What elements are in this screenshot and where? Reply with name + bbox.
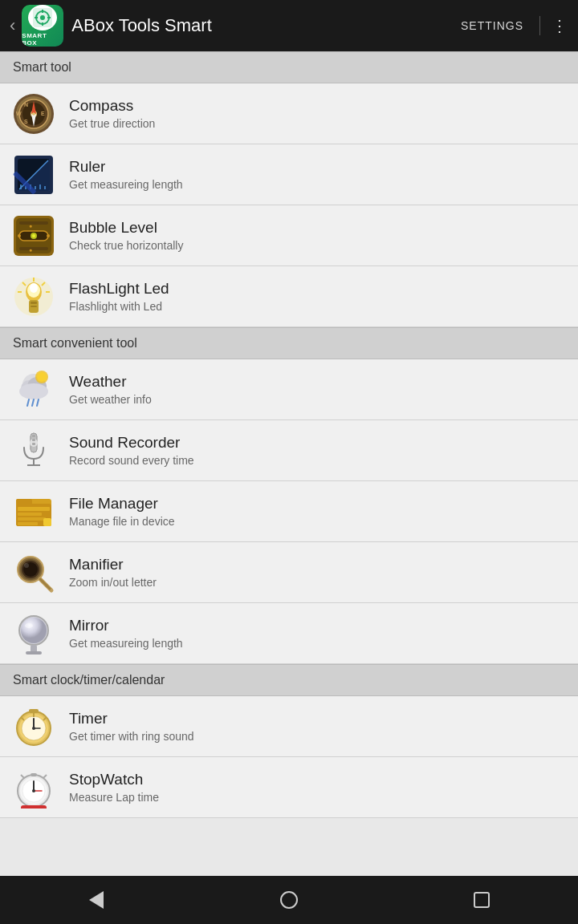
svg-line-58 [37,399,39,406]
mirror-icon [13,613,55,654]
file-manager-title: File Manager [69,495,565,513]
back-nav-icon [89,891,104,909]
weather-subtitle: Get weather info [69,393,565,406]
list-item-mirror[interactable]: Mirror Get measureing length [0,603,578,664]
home-nav-button[interactable] [265,884,313,916]
manifier-title: Manifier [69,556,565,573]
list-item-sound-recorder[interactable]: Sound Recorder Record sound every time [0,420,578,481]
timer-title: Timer [69,710,565,727]
recent-nav-button[interactable] [458,884,506,916]
stopwatch-title: StopWatch [69,771,565,788]
sound-recorder-icon [13,430,55,472]
mirror-subtitle: Get measureing length [69,637,565,650]
app-logo: SMART BOX [22,5,63,47]
svg-rect-71 [16,499,32,505]
header-divider [539,16,540,35]
svg-text:●: ● [29,247,32,253]
list-item-bubble-level[interactable]: ● ● Bubble Level Check true horizontally [0,205,578,266]
manifier-subtitle: Zoom in/out letter [69,576,565,589]
bubble-level-icon: ● ● [13,215,55,257]
stopwatch-icon [13,767,55,808]
mirror-title: Mirror [69,617,565,634]
list-item-manifier[interactable]: Manifier Zoom in/out letter [0,542,578,603]
section-header-smart-tool: Smart tool [0,51,578,83]
svg-point-55 [19,383,48,399]
manifier-text: Manifier Zoom in/out letter [69,556,565,589]
svg-text:S: S [24,119,28,124]
content-area: Smart tool N E S W Compass Get true dire… [0,51,578,876]
ruler-title: Ruler [69,158,565,176]
svg-point-43 [30,283,38,293]
svg-rect-37 [19,247,48,250]
sound-recorder-title: Sound Recorder [69,434,565,452]
timer-icon [13,706,55,748]
compass-subtitle: Get true direction [69,117,565,130]
svg-text:E: E [41,111,45,116]
svg-point-97 [32,727,35,730]
weather-icon [13,369,55,411]
svg-rect-98 [29,709,39,713]
list-item-stopwatch[interactable]: StopWatch Measure Lap time [0,757,578,818]
sound-recorder-subtitle: Record sound every time [69,454,565,467]
weather-text: Weather Get weather info [69,373,565,406]
weather-title: Weather [69,373,565,391]
svg-line-57 [32,399,34,406]
svg-point-86 [25,623,33,628]
app-title: ABox Tools Smart [71,15,461,36]
svg-rect-68 [32,443,35,445]
ruler-text: Ruler Get measureing length [69,158,565,191]
app-header: ‹ SMART BOX ABox Tools Smart SETTINGS ⋮ [0,0,578,51]
list-item-ruler[interactable]: Ruler Get measureing length [0,144,578,205]
flashlight-subtitle: Flashlight with Led [69,300,565,313]
list-item-weather[interactable]: Weather Get weather info [0,359,578,420]
svg-point-104 [32,789,35,792]
svg-point-2 [40,15,45,20]
bubble-level-text: Bubble Level Check true horizontally [69,219,565,252]
svg-line-83 [40,579,50,589]
logo-text: SMART BOX [22,32,63,47]
mirror-text: Mirror Get measureing length [69,617,565,650]
timer-subtitle: Get timer with ring sound [69,730,565,743]
list-item-timer[interactable]: Timer Get timer with ring sound [0,696,578,757]
svg-rect-67 [32,439,35,441]
stopwatch-subtitle: Measure Lap time [69,791,565,804]
list-item-flashlight[interactable]: FlashLight Led Flashlight with Led [0,266,578,327]
back-button[interactable]: ‹ [10,15,15,36]
section-header-smart-convenient: Smart convenient tool [0,327,578,359]
compass-icon: N E S W [13,93,55,135]
list-item-compass[interactable]: N E S W Compass Get true direction [0,83,578,144]
svg-point-81 [24,563,29,568]
flashlight-title: FlashLight Led [69,280,565,298]
ruler-icon [13,154,55,196]
timer-text: Timer Get timer with ring sound [69,710,565,743]
svg-rect-75 [18,522,38,525]
svg-point-35 [47,234,50,237]
svg-point-34 [18,234,21,237]
ruler-subtitle: Get measureing length [69,178,565,191]
file-manager-subtitle: Manage file in device [69,515,565,528]
back-nav-button[interactable] [72,884,120,916]
settings-button[interactable]: SETTINGS [461,19,523,32]
stopwatch-text: StopWatch Measure Lap time [69,771,565,804]
svg-rect-105 [31,773,37,776]
svg-line-56 [27,399,29,406]
bubble-level-title: Bubble Level [69,219,565,237]
bubble-level-subtitle: Check true horizontally [69,239,565,252]
list-item-file-manager[interactable]: File Manager Manage file in device [0,481,578,542]
svg-rect-66 [32,435,35,437]
flashlight-text: FlashLight Led Flashlight with Led [69,280,565,313]
overflow-menu-button[interactable]: ⋮ [552,16,568,35]
svg-rect-74 [18,517,46,521]
section-header-smart-clock: Smart clock/timer/calendar [0,664,578,696]
bottom-navigation [0,876,578,924]
svg-point-33 [32,234,35,237]
home-nav-icon [280,891,298,909]
file-manager-text: File Manager Manage file in device [69,495,565,528]
svg-text:N: N [24,102,28,107]
svg-point-85 [21,618,47,643]
svg-line-107 [21,775,24,778]
svg-rect-72 [18,507,50,511]
recent-nav-icon [474,892,490,908]
svg-point-60 [37,372,47,382]
svg-text:W: W [16,111,22,116]
